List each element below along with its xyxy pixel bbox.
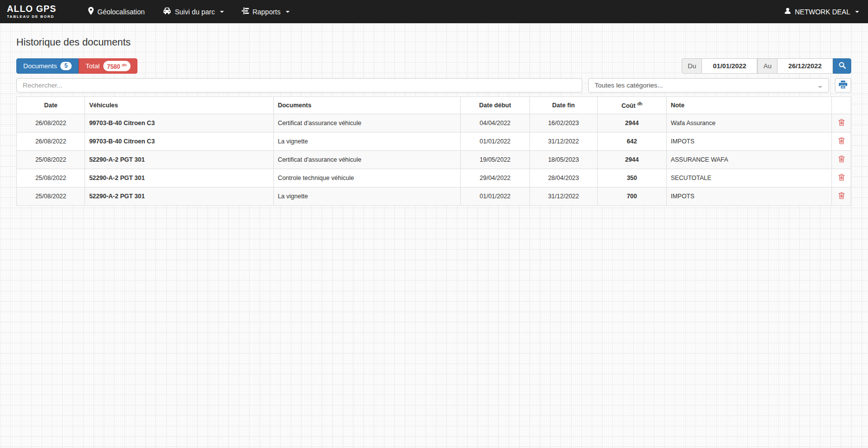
cell-note: IMPOTS (666, 133, 831, 151)
cell-document: Certificat d'assurance véhicule (273, 114, 460, 133)
cell-date-fin: 28/04/2023 (530, 169, 598, 187)
main-content: Historique des documents Documents 5 Tot… (0, 37, 868, 206)
summary-buttons: Documents 5 Total 7580 dh (16, 58, 137, 74)
cell-vehicle: 52290-A-2 PGT 301 (85, 187, 273, 206)
nav-item-label: Géolocalisation (97, 8, 145, 16)
chevron-down-icon (855, 11, 859, 13)
cell-date-fin: 31/12/2022 (530, 187, 598, 206)
print-button[interactable] (835, 78, 851, 92)
table-row: 26/08/202299703-B-40 Citroen C3Certifica… (17, 114, 851, 133)
date-to-input[interactable] (778, 58, 833, 74)
category-select-value: Toutes les catégories... (595, 82, 663, 89)
chevron-down-icon: ⌄ (817, 82, 824, 89)
cell-note: ASSURANCE WAFA (666, 151, 831, 169)
delete-document-button[interactable] (838, 192, 845, 199)
header-date-debut: Date début (461, 97, 530, 114)
chevron-down-icon (286, 11, 290, 13)
search-input[interactable] (16, 78, 582, 92)
documents-panel: Toutes les catégories... ⌄ Date Véhicule… (16, 78, 851, 206)
date-to-label: Au (757, 58, 778, 74)
brand-subtitle: TABLEAU DE BORD (7, 14, 56, 19)
total-cost-button[interactable]: Total 7580 dh (79, 58, 137, 74)
header-date-fin: Date fin (530, 97, 598, 114)
cell-document: Controle technique véhicule (273, 169, 460, 187)
cell-vehicle: 99703-B-40 Citroen C3 (85, 133, 273, 151)
cell-date-fin: 18/05/2023 (530, 151, 598, 169)
trash-icon (838, 193, 845, 201)
cell-date-debut: 29/04/2022 (461, 169, 530, 187)
cell-actions (832, 169, 851, 187)
nav-item-suivi-du-parc[interactable]: Suivi du parc (156, 0, 231, 23)
total-label: Total (86, 62, 100, 70)
cell-date-debut: 19/05/2022 (461, 151, 530, 169)
cell-actions (832, 114, 851, 133)
cell-date: 26/08/2022 (17, 133, 85, 151)
documents-table: Date Véhicules Documents Date début Date… (16, 96, 851, 206)
cell-date-debut: 01/01/2022 (461, 187, 530, 206)
cell-document: Certificat d'assurance véhicule (273, 151, 460, 169)
table-row: 25/08/202252290-A-2 PGT 301Certificat d'… (17, 151, 851, 169)
delete-document-button[interactable] (838, 155, 845, 163)
header-vehicules: Véhicules (85, 97, 273, 114)
cell-date-debut: 01/01/2022 (461, 133, 530, 151)
cell-note: Wafa Assurance (666, 114, 831, 133)
brand-logo[interactable]: ALLO GPS TABLEAU DE BORD (7, 4, 56, 19)
filter-row: Toutes les catégories... ⌄ (16, 78, 851, 92)
user-menu[interactable]: NETWORK DEAL (784, 7, 861, 16)
nav-item-label: Rapports (253, 8, 281, 16)
cell-note: IMPOTS (666, 187, 831, 206)
navbar: ALLO GPS TABLEAU DE BORD Géolocalisation… (0, 0, 868, 23)
trash-icon (838, 175, 845, 182)
cell-date: 25/08/2022 (17, 169, 85, 187)
cell-actions (832, 187, 851, 206)
date-range-filter: Du Au (682, 58, 851, 74)
cell-date: 25/08/2022 (17, 187, 85, 206)
trash-icon (838, 120, 845, 128)
page-title: Historique des documents (16, 37, 851, 48)
table-row: 26/08/202299703-B-40 Citroen C3La vignet… (17, 133, 851, 151)
printer-icon (839, 81, 847, 90)
header-actions (832, 97, 851, 114)
cell-date: 25/08/2022 (17, 151, 85, 169)
header-documents: Documents (273, 97, 460, 114)
table-row: 25/08/202252290-A-2 PGT 301Controle tech… (17, 169, 851, 187)
map-pin-icon (88, 7, 94, 16)
cell-actions (832, 151, 851, 169)
category-select[interactable]: Toutes les catégories... ⌄ (588, 78, 829, 92)
nav-item-geolocalisation[interactable]: Géolocalisation (81, 0, 152, 23)
cell-cost: 700 (597, 187, 666, 206)
cell-date: 26/08/2022 (17, 114, 85, 133)
cell-document: La vignette (273, 133, 460, 151)
cell-note: SECUTOTALE (666, 169, 831, 187)
document-table-body: 26/08/202299703-B-40 Citroen C3Certifica… (17, 114, 851, 206)
nav-item-rapports[interactable]: Rapports (235, 0, 297, 23)
documents-count-button[interactable]: Documents 5 (16, 58, 79, 74)
cell-date-fin: 31/12/2022 (530, 133, 598, 151)
cell-vehicle: 52290-A-2 PGT 301 (85, 151, 273, 169)
cell-cost: 2944 (597, 114, 666, 133)
cell-document: La vignette (273, 187, 460, 206)
brand-title: ALLO GPS (7, 4, 56, 13)
user-icon (784, 7, 791, 16)
trash-icon (838, 138, 845, 146)
cell-cost: 350 (597, 169, 666, 187)
header-date: Date (17, 97, 85, 114)
search-icon (839, 62, 846, 70)
trash-icon (838, 157, 845, 164)
cell-date-fin: 16/02/2023 (530, 114, 598, 133)
date-from-input[interactable] (702, 58, 757, 74)
cell-cost: 2944 (597, 151, 666, 169)
nav-menu: Géolocalisation Suivi du parc Rapports (81, 0, 296, 23)
chevron-down-icon (220, 11, 224, 13)
table-row: 25/08/202252290-A-2 PGT 301La vignette01… (17, 187, 851, 206)
delete-document-button[interactable] (838, 174, 845, 181)
delete-document-button[interactable] (838, 119, 845, 126)
delete-document-button[interactable] (838, 137, 845, 144)
date-from-label: Du (682, 58, 702, 74)
car-icon (163, 7, 172, 16)
total-value-badge: 7580 dh (103, 61, 131, 71)
cell-actions (832, 133, 851, 151)
date-search-button[interactable] (833, 58, 851, 74)
user-menu-label: NETWORK DEAL (795, 8, 850, 16)
table-header-row: Date Véhicules Documents Date début Date… (17, 97, 851, 114)
